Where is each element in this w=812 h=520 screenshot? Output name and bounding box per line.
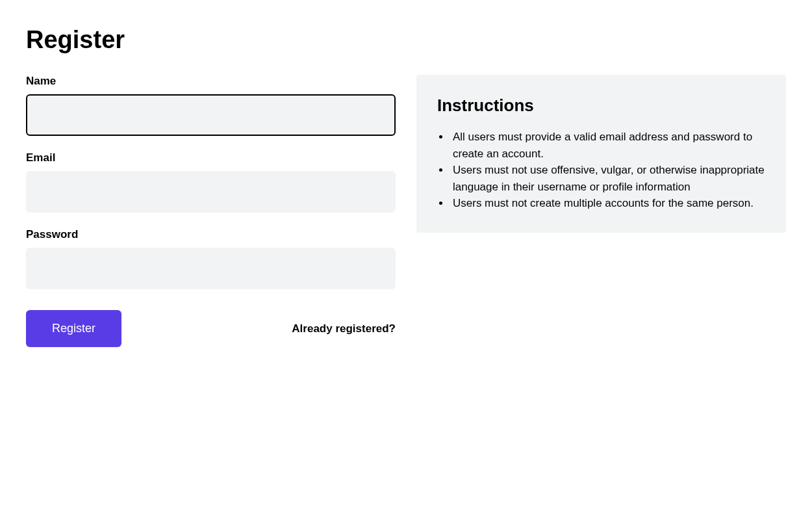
email-input[interactable] bbox=[26, 171, 396, 213]
list-item: All users must provide a valid email add… bbox=[450, 129, 765, 162]
form-footer: Register Already registered? bbox=[26, 310, 396, 347]
register-button[interactable]: Register bbox=[26, 310, 121, 347]
list-item: Users must not use offensive, vulgar, or… bbox=[450, 162, 765, 195]
instructions-list: All users must provide a valid email add… bbox=[437, 129, 765, 212]
name-label: Name bbox=[26, 75, 396, 88]
email-group: Email bbox=[26, 151, 396, 213]
email-label: Email bbox=[26, 151, 396, 164]
page-title: Register bbox=[26, 26, 786, 54]
list-item: Users must not create multiple accounts … bbox=[450, 195, 765, 212]
main-columns: Name Email Password Register Already reg… bbox=[26, 75, 786, 347]
password-input[interactable] bbox=[26, 248, 396, 289]
register-form: Name Email Password Register Already reg… bbox=[26, 75, 396, 347]
instructions-box: Instructions All users must provide a va… bbox=[416, 75, 786, 233]
name-group: Name bbox=[26, 75, 396, 136]
password-group: Password bbox=[26, 228, 396, 289]
password-label: Password bbox=[26, 228, 396, 241]
already-registered-link[interactable]: Already registered? bbox=[292, 322, 396, 335]
name-input[interactable] bbox=[26, 94, 396, 136]
instructions-title: Instructions bbox=[437, 96, 765, 116]
instructions-panel: Instructions All users must provide a va… bbox=[416, 75, 786, 233]
